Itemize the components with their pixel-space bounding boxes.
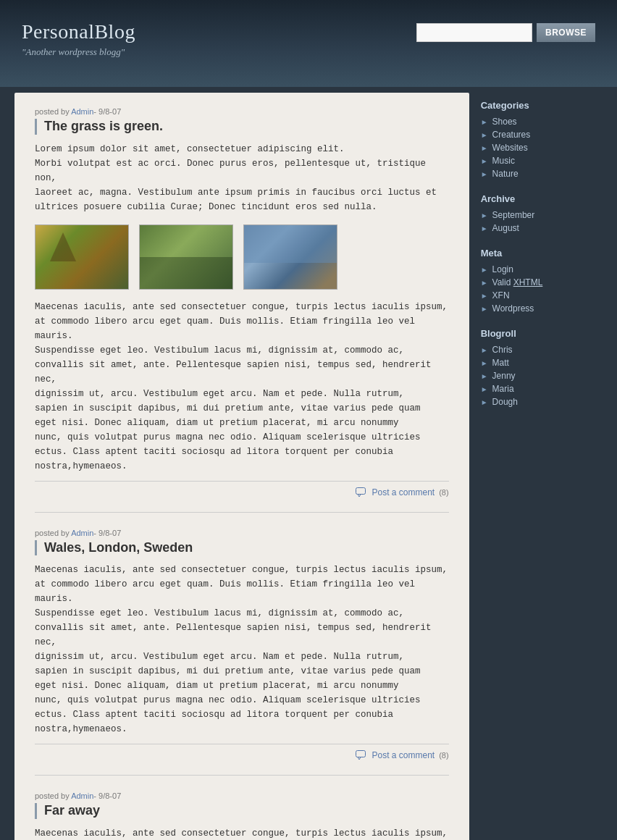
arrow-icon: ►	[481, 131, 488, 139]
meta-link-wordpress[interactable]: Wordpress	[492, 303, 534, 314]
meta-item-xhtml: ► Valid XHTML	[481, 277, 603, 287]
arrow-icon: ►	[481, 398, 488, 406]
categories-list: ► Shoes ► Creatures ► Websites ► Music ►	[481, 117, 603, 179]
blogroll-link-matt[interactable]: Matt	[492, 358, 509, 368]
post-1-date: - 9/8-07	[93, 107, 121, 116]
blogroll-section: Blogroll ► Chris ► Matt ► Jenny ► Maria	[481, 328, 603, 407]
category-link-nature[interactable]: Nature	[492, 169, 519, 179]
arrow-icon: ►	[481, 144, 488, 152]
arrow-icon: ►	[481, 346, 488, 354]
meta-link-xhtml[interactable]: Valid XHTML	[492, 277, 543, 287]
arrow-icon: ►	[481, 170, 488, 178]
arrow-icon: ►	[481, 266, 488, 274]
post-2-comment-text: Post a comment	[372, 750, 435, 760]
arrow-icon: ►	[481, 118, 488, 126]
blogroll-link-jenny[interactable]: Jenny	[492, 371, 516, 381]
category-item-nature: ► Nature	[481, 169, 603, 179]
site-title-block: PersonalBlog "Another wordpress blogg"	[22, 13, 135, 58]
blogroll-item-matt: ► Matt	[481, 358, 603, 368]
main-content: posted by Admin- 9/8-07 The grass is gre…	[14, 93, 469, 840]
meta-item-login: ► Login	[481, 264, 603, 274]
post-1: posted by Admin- 9/8-07 The grass is gre…	[35, 107, 449, 513]
post-1-image-1	[35, 224, 129, 290]
site-tagline: "Another wordpress blogg"	[22, 46, 135, 58]
search-input[interactable]	[416, 23, 532, 42]
blogroll-link-chris[interactable]: Chris	[492, 345, 513, 355]
meta-heading: Meta	[481, 248, 603, 259]
svg-rect-0	[356, 487, 366, 494]
post-1-text1: Lorem ipsum dolor sit amet, consectetuer…	[35, 142, 449, 214]
arrow-icon: ►	[481, 211, 488, 219]
archive-link-september[interactable]: September	[492, 210, 535, 220]
archive-item-august: ► August	[481, 223, 603, 233]
post-2-title: Wales, London, Sweden	[35, 540, 449, 556]
post-1-text2: Maecenas iaculis, ante sed consectetuer …	[35, 300, 449, 474]
post-2-comment-count: (8)	[439, 751, 448, 760]
blogroll-list: ► Chris ► Matt ► Jenny ► Maria ► Dough	[481, 345, 603, 407]
post-3: posted by Admin- 9/8-07 Far away Maecena…	[35, 791, 449, 840]
blogroll-heading: Blogroll	[481, 328, 603, 339]
post-1-image-2	[139, 224, 233, 290]
post-2: posted by Admin- 9/8-07 Wales, London, S…	[35, 529, 449, 776]
post-3-text2: Maecenas iaculis, ante sed consectetuer …	[35, 826, 449, 840]
post-2-meta-prefix: posted by	[35, 529, 71, 537]
post-3-date: - 9/8-07	[93, 791, 121, 800]
post-3-meta-prefix: posted by	[35, 791, 71, 800]
post-1-meta-prefix: posted by	[35, 107, 71, 116]
post-1-image-3	[243, 224, 337, 290]
browse-button[interactable]: BROWSE	[537, 23, 595, 42]
post-2-comment-link[interactable]: Post a comment (8)	[356, 750, 448, 760]
search-area: BROWSE	[416, 13, 595, 42]
blogroll-item-maria: ► Maria	[481, 384, 603, 394]
post-1-comment-count: (8)	[439, 488, 448, 497]
svg-rect-1	[356, 751, 366, 757]
archive-link-august[interactable]: August	[492, 223, 519, 233]
post-1-author[interactable]: Admin	[71, 107, 93, 116]
post-1-images	[35, 224, 449, 290]
post-3-author[interactable]: Admin	[71, 791, 93, 800]
blogroll-link-maria[interactable]: Maria	[492, 384, 514, 394]
category-link-music[interactable]: Music	[492, 156, 515, 166]
category-link-creatures[interactable]: Creatures	[492, 130, 531, 140]
category-item-music: ► Music	[481, 156, 603, 166]
arrow-icon: ►	[481, 305, 488, 313]
arrow-icon: ►	[481, 292, 488, 300]
meta-link-xfn[interactable]: XFN	[492, 290, 510, 301]
category-link-websites[interactable]: Websites	[492, 143, 528, 153]
blogroll-item-chris: ► Chris	[481, 345, 603, 355]
meta-link-login[interactable]: Login	[492, 264, 513, 274]
archive-section: Archive ► September ► August	[481, 193, 603, 233]
archive-heading: Archive	[481, 193, 603, 204]
post-1-comment-link[interactable]: Post a comment (8)	[356, 487, 448, 497]
post-3-title: Far away	[35, 803, 449, 819]
category-link-shoes[interactable]: Shoes	[492, 117, 517, 127]
arrow-icon: ►	[481, 359, 488, 367]
blogroll-item-jenny: ► Jenny	[481, 371, 603, 381]
arrow-icon: ►	[481, 372, 488, 380]
meta-section: Meta ► Login ► Valid XHTML ► XFN ► Wordp…	[481, 248, 603, 314]
post-2-meta: posted by Admin- 9/8-07	[35, 529, 449, 537]
post-2-text2: Maecenas iaculis, ante sed consectetuer …	[35, 563, 449, 736]
header: PersonalBlog "Another wordpress blogg" B…	[0, 0, 617, 87]
meta-list: ► Login ► Valid XHTML ► XFN ► Wordpress	[481, 264, 603, 314]
archive-item-september: ► September	[481, 210, 603, 220]
sidebar: Categories ► Shoes ► Creatures ► Website…	[481, 93, 603, 421]
post-2-date: - 9/8-07	[93, 529, 121, 537]
arrow-icon: ►	[481, 279, 488, 287]
arrow-icon: ►	[481, 157, 488, 165]
post-1-footer: Post a comment (8)	[35, 481, 449, 497]
site-title: PersonalBlog	[22, 20, 135, 43]
post-1-comment-text: Post a comment	[372, 487, 435, 497]
arrow-icon: ►	[481, 224, 488, 232]
post-1-title: The grass is green.	[35, 119, 449, 135]
post-2-author[interactable]: Admin	[71, 529, 93, 537]
category-item-shoes: ► Shoes	[481, 117, 603, 127]
comment-bubble-icon	[356, 487, 367, 497]
post-2-footer: Post a comment (8)	[35, 744, 449, 760]
category-item-creatures: ► Creatures	[481, 130, 603, 140]
category-item-websites: ► Websites	[481, 143, 603, 153]
post-1-meta: posted by Admin- 9/8-07	[35, 107, 449, 116]
meta-item-wordpress: ► Wordpress	[481, 303, 603, 314]
comment-bubble-icon-2	[356, 750, 367, 760]
blogroll-link-dough[interactable]: Dough	[492, 397, 518, 407]
